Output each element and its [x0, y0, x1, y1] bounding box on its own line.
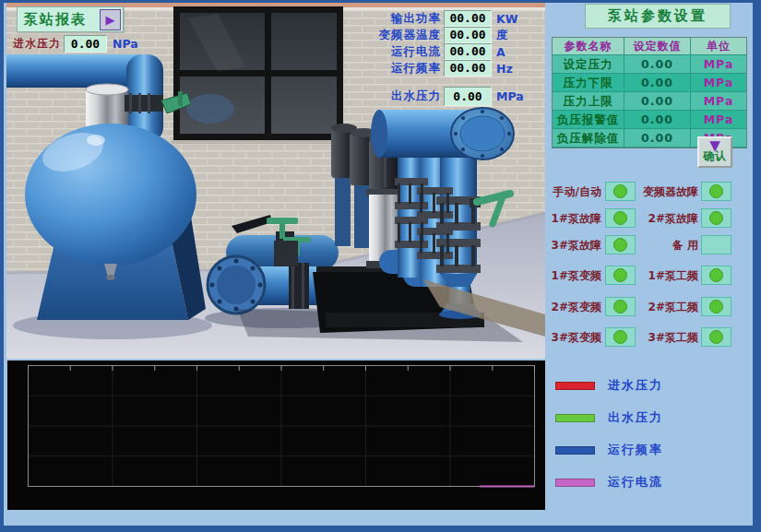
- status-row-1: 手动/自动 变频器故障: [549, 182, 744, 202]
- param-unit-set-pressure: MPa: [691, 55, 746, 74]
- inlet-pressure-value: 0.00: [64, 35, 107, 53]
- param-unit-pressure-high: MPa: [691, 92, 746, 111]
- status-label-pump3-mains: 3#泵工频: [634, 330, 698, 346]
- param-unit-pressure-low: MPa: [691, 74, 746, 92]
- legend-swatch-run-frequency: [555, 446, 595, 455]
- param-unit-negative-alarm: MPa: [691, 111, 746, 129]
- status-label-pump2-mains: 2#泵工频: [634, 300, 698, 315]
- outlet-pressure-label: 出水压力: [367, 89, 441, 104]
- outlet-pressure-value: 0.00: [444, 87, 492, 106]
- status-lamp-manual-auto: [605, 182, 636, 201]
- legend-label-run-current: 运行电流: [608, 474, 663, 491]
- param-value-pressure-high[interactable]: 0.00: [624, 92, 691, 111]
- output-power-label: 输出功率: [367, 11, 441, 27]
- param-name-negative-alarm: 负压报警值: [553, 111, 624, 129]
- param-value-negative-alarm[interactable]: 0.00: [624, 111, 691, 129]
- metric-row-inverter-temp: 变频器温度 00.00 度: [367, 27, 517, 43]
- param-value-negative-release[interactable]: 0.00: [624, 129, 691, 148]
- inlet-pressure-label: 进水压力: [13, 36, 61, 52]
- run-frequency-value: 00.00: [444, 60, 492, 77]
- lamp-icon: [613, 300, 627, 313]
- lamp-icon: [709, 211, 723, 225]
- legend-item-outlet-pressure: 出水压力: [555, 412, 663, 423]
- run-current-value: 00.00: [444, 43, 492, 60]
- status-row-5: 2#泵变频 2#泵工频: [549, 297, 744, 317]
- legend-item-run-frequency: 运行频率: [555, 444, 663, 455]
- status-lamp-spare: [701, 235, 731, 254]
- legend-item-inlet-pressure: 进水压力: [555, 380, 663, 391]
- frame-border-right: [753, 0, 761, 532]
- discharge-header-pipe: [371, 108, 514, 160]
- metric-row-run-frequency: 运行频率 00.00 Hz: [367, 60, 517, 77]
- params-panel-title: 泵站参数设置: [585, 4, 731, 29]
- legend-item-run-current: 运行电流: [555, 477, 663, 488]
- params-header-name: 参数名称: [553, 38, 624, 55]
- legend-swatch-inlet-pressure: [555, 382, 595, 390]
- status-lamp-pump2-vfd: [605, 297, 636, 316]
- measurement-panel: 输出功率 00.00 KW 变频器温度 00.00 度 运行电流 00.00 A…: [367, 10, 517, 77]
- inverter-temp-unit: 度: [496, 28, 508, 43]
- legend-label-run-frequency: 运行频率: [608, 442, 663, 458]
- lamp-icon: [613, 184, 627, 198]
- trend-plot: [7, 361, 545, 510]
- status-label-pump1-mains: 1#泵工频: [634, 268, 698, 284]
- lamp-icon: [709, 300, 723, 313]
- confirm-button-label: 确认: [703, 148, 727, 164]
- status-label-pump2-vfd: 2#泵变频: [549, 300, 601, 315]
- status-label-pump3-vfd: 3#泵变频: [549, 330, 601, 346]
- status-lamp-pump3-fault: [605, 235, 636, 254]
- legend-label-outlet-pressure: 出水压力: [608, 409, 663, 426]
- inverter-temp-label: 变频器温度: [367, 28, 441, 43]
- status-lamp-pump1-fault: [605, 208, 636, 228]
- status-lamp-pump2-fault: [701, 208, 731, 228]
- param-value-set-pressure[interactable]: 0.00: [624, 55, 691, 74]
- outlet-pressure-unit: MPa: [496, 89, 524, 103]
- report-button[interactable]: 泵站报表 ▶: [17, 6, 124, 32]
- status-label-pump1-fault: 1#泵故障: [549, 211, 601, 227]
- run-current-label: 运行电流: [367, 44, 441, 60]
- frame-border-bottom: [0, 526, 761, 532]
- run-frequency-unit: Hz: [496, 62, 513, 76]
- run-frequency-label: 运行频率: [367, 61, 441, 77]
- param-value-pressure-low[interactable]: 0.00: [624, 74, 691, 92]
- report-button-label: 泵站报表: [18, 11, 100, 29]
- status-lamp-pump3-vfd: [605, 327, 636, 347]
- outlet-pressure-field: 出水压力 0.00 MPa: [367, 87, 524, 106]
- lamp-icon: [709, 330, 723, 344]
- status-label-pump1-vfd: 1#泵变频: [549, 268, 601, 284]
- status-label-pump2-fault: 2#泵故障: [634, 211, 698, 227]
- legend-swatch-run-current: [555, 479, 595, 487]
- status-label-spare: 备 用: [634, 238, 698, 254]
- confirm-button[interactable]: ▼ 确认: [697, 136, 732, 168]
- metric-row-run-current: 运行电流 00.00 A: [367, 43, 517, 60]
- status-row-2: 1#泵故障 2#泵故障: [549, 208, 744, 229]
- frame-border-left: [0, 0, 4, 532]
- metric-row-output-power: 输出功率 00.00 KW: [367, 10, 517, 27]
- status-lamp-pump2-mains: [701, 297, 731, 316]
- report-arrow-icon[interactable]: ▶: [100, 9, 121, 30]
- status-lamp-pump1-vfd: [605, 266, 636, 285]
- params-table: 参数名称 设定数值 单位 设定压力 0.00 MPa 压力下限 0.00 MPa…: [552, 37, 747, 148]
- status-label-manual-auto: 手动/自动: [549, 184, 601, 200]
- param-name-pressure-low: 压力下限: [553, 74, 624, 92]
- lamp-icon: [709, 268, 723, 282]
- inlet-pressure-unit: NPa: [113, 37, 138, 51]
- inverter-temp-value: 00.00: [444, 27, 492, 43]
- output-power-value: 00.00: [444, 10, 492, 27]
- param-name-set-pressure: 设定压力: [553, 55, 624, 74]
- status-label-vfd-fault: 变频器故障: [634, 184, 698, 200]
- trend-chart: [7, 361, 545, 510]
- hmi-pump-station-screen: 泵站报表 ▶ 进水压力 0.00 NPa 输出功率 00.00 KW 变频器温度…: [0, 0, 761, 532]
- params-header-unit: 单位: [691, 38, 746, 55]
- lamp-icon: [709, 184, 723, 198]
- status-lamp-pump1-mains: [701, 266, 731, 285]
- lamp-icon: [613, 211, 627, 225]
- frame-border-top: [0, 0, 761, 3]
- status-lamp-vfd-fault: [701, 182, 731, 201]
- lamp-icon: [613, 268, 627, 282]
- status-lamp-pump3-mains: [701, 327, 731, 347]
- param-name-pressure-high: 压力上限: [553, 92, 624, 111]
- legend-swatch-outlet-pressure: [555, 414, 595, 422]
- window: [172, 6, 345, 144]
- inlet-pressure-field: 进水压力 0.00 NPa: [13, 35, 138, 53]
